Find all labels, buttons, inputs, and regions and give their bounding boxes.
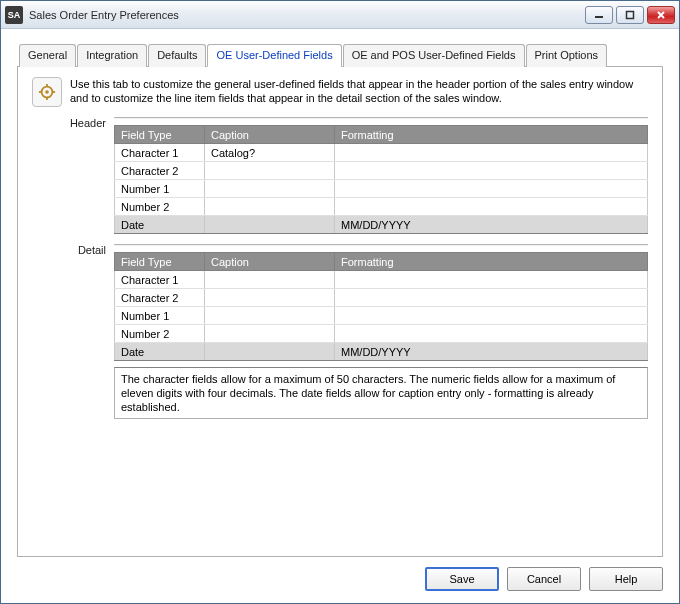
svg-point-5 bbox=[45, 90, 49, 94]
cancel-button[interactable]: Cancel bbox=[507, 567, 581, 591]
header-col-caption[interactable]: Caption bbox=[205, 126, 335, 144]
header-divider bbox=[114, 117, 648, 119]
table-row: Number 1 bbox=[115, 307, 648, 325]
cell-caption[interactable] bbox=[205, 162, 335, 180]
cell-caption[interactable] bbox=[205, 180, 335, 198]
intro-block: Use this tab to customize the general us… bbox=[32, 77, 648, 107]
cell-formatting[interactable] bbox=[335, 271, 648, 289]
header-section-label: Header bbox=[32, 117, 114, 129]
cell-fieldtype: Character 2 bbox=[115, 162, 205, 180]
cell-caption[interactable]: Catalog? bbox=[205, 144, 335, 162]
tab-content: Use this tab to customize the general us… bbox=[17, 67, 663, 557]
cell-fieldtype: Date bbox=[115, 343, 205, 361]
tab-integration[interactable]: Integration bbox=[77, 44, 147, 67]
table-row: Character 2 bbox=[115, 289, 648, 307]
detail-section: Detail Field Type Caption Formatting bbox=[32, 244, 648, 419]
cell-fieldtype: Character 1 bbox=[115, 271, 205, 289]
detail-divider bbox=[114, 244, 648, 246]
cell-formatting: MM/DD/YYYY bbox=[335, 216, 648, 234]
detail-grid: Field Type Caption Formatting Character … bbox=[114, 252, 648, 361]
detail-col-fieldtype[interactable]: Field Type bbox=[115, 253, 205, 271]
table-row: Character 1 bbox=[115, 271, 648, 289]
cell-formatting[interactable] bbox=[335, 289, 648, 307]
client-area: General Integration Defaults OE User-Def… bbox=[1, 29, 679, 603]
maximize-button[interactable] bbox=[616, 6, 644, 24]
table-row: Date MM/DD/YYYY bbox=[115, 216, 648, 234]
cell-fieldtype: Date bbox=[115, 216, 205, 234]
tab-oe-user-defined-fields[interactable]: OE User-Defined Fields bbox=[207, 44, 341, 67]
cell-fieldtype: Character 1 bbox=[115, 144, 205, 162]
button-row: Save Cancel Help bbox=[17, 567, 663, 591]
cell-fieldtype: Number 1 bbox=[115, 180, 205, 198]
table-row: Number 2 bbox=[115, 325, 648, 343]
header-section: Header Field Type Caption Formatting bbox=[32, 117, 648, 234]
detail-col-formatting[interactable]: Formatting bbox=[335, 253, 648, 271]
cell-caption[interactable] bbox=[205, 271, 335, 289]
table-row: Character 2 bbox=[115, 162, 648, 180]
app-icon: SA bbox=[5, 6, 23, 24]
cell-formatting[interactable] bbox=[335, 180, 648, 198]
cell-caption[interactable] bbox=[205, 307, 335, 325]
dialog-window: SA Sales Order Entry Preferences General… bbox=[0, 0, 680, 604]
detail-col-caption[interactable]: Caption bbox=[205, 253, 335, 271]
tab-oe-pos-user-defined-fields[interactable]: OE and POS User-Defined Fields bbox=[343, 44, 525, 67]
tab-defaults[interactable]: Defaults bbox=[148, 44, 206, 67]
header-grid: Field Type Caption Formatting Character … bbox=[114, 125, 648, 234]
table-row: Character 1 Catalog? bbox=[115, 144, 648, 162]
cell-fieldtype: Number 1 bbox=[115, 307, 205, 325]
minimize-button[interactable] bbox=[585, 6, 613, 24]
window-buttons bbox=[585, 6, 675, 24]
tab-general[interactable]: General bbox=[19, 44, 76, 67]
gear-icon bbox=[32, 77, 62, 107]
cell-caption[interactable] bbox=[205, 216, 335, 234]
svg-rect-1 bbox=[627, 11, 634, 18]
tab-strip: General Integration Defaults OE User-Def… bbox=[17, 43, 663, 67]
footnote-text: The character fields allow for a maximum… bbox=[114, 367, 648, 419]
cell-formatting[interactable] bbox=[335, 307, 648, 325]
table-row: Number 1 bbox=[115, 180, 648, 198]
cell-caption[interactable] bbox=[205, 343, 335, 361]
cell-caption[interactable] bbox=[205, 198, 335, 216]
cell-fieldtype: Number 2 bbox=[115, 325, 205, 343]
cell-caption[interactable] bbox=[205, 325, 335, 343]
window-title: Sales Order Entry Preferences bbox=[29, 9, 585, 21]
cell-formatting[interactable] bbox=[335, 325, 648, 343]
header-col-fieldtype[interactable]: Field Type bbox=[115, 126, 205, 144]
save-button[interactable]: Save bbox=[425, 567, 499, 591]
table-row: Number 2 bbox=[115, 198, 648, 216]
close-button[interactable] bbox=[647, 6, 675, 24]
cell-formatting[interactable] bbox=[335, 162, 648, 180]
table-row: Date MM/DD/YYYY bbox=[115, 343, 648, 361]
cell-fieldtype: Number 2 bbox=[115, 198, 205, 216]
cell-formatting[interactable] bbox=[335, 144, 648, 162]
tab-print-options[interactable]: Print Options bbox=[526, 44, 608, 67]
titlebar: SA Sales Order Entry Preferences bbox=[1, 1, 679, 29]
cell-caption[interactable] bbox=[205, 289, 335, 307]
detail-section-label: Detail bbox=[32, 244, 114, 256]
help-button[interactable]: Help bbox=[589, 567, 663, 591]
cell-fieldtype: Character 2 bbox=[115, 289, 205, 307]
cell-formatting: MM/DD/YYYY bbox=[335, 343, 648, 361]
intro-text: Use this tab to customize the general us… bbox=[70, 77, 648, 107]
cell-formatting[interactable] bbox=[335, 198, 648, 216]
header-col-formatting[interactable]: Formatting bbox=[335, 126, 648, 144]
